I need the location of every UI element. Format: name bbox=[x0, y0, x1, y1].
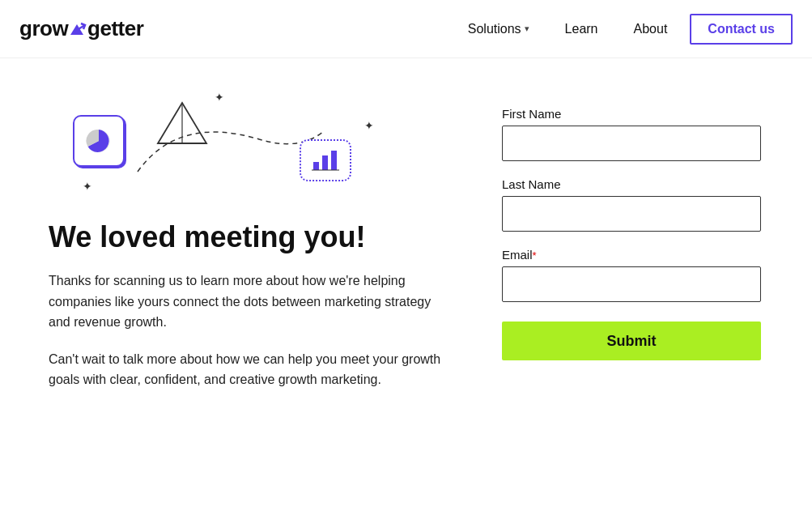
contact-form: First Name Last Name Email* Submit bbox=[502, 75, 761, 360]
chevron-down-icon: ▾ bbox=[525, 23, 529, 34]
bar-chart-icon bbox=[310, 147, 341, 173]
submit-button[interactable]: Submit bbox=[502, 322, 761, 360]
last-name-input[interactable] bbox=[502, 196, 761, 232]
main-nav: Solutions ▾ Learn About Contact us bbox=[455, 14, 793, 45]
svg-rect-3 bbox=[313, 162, 319, 170]
email-group: Email* bbox=[502, 248, 761, 302]
logo[interactable]: grow getter bbox=[19, 16, 143, 41]
nav-solutions[interactable]: Solutions ▾ bbox=[455, 15, 542, 43]
svg-rect-4 bbox=[322, 155, 328, 170]
bar-chart-bubble bbox=[300, 139, 351, 181]
nav-learn[interactable]: Learn bbox=[552, 15, 611, 43]
nav-about[interactable]: About bbox=[621, 15, 681, 43]
required-star: * bbox=[533, 249, 537, 262]
sparkle-icon-2: ✦ bbox=[83, 180, 92, 193]
first-name-label: First Name bbox=[502, 107, 761, 121]
pie-chart-icon bbox=[83, 126, 114, 156]
body-text-1: Thanks for scanning us to learn more abo… bbox=[49, 270, 453, 333]
email-label: Email* bbox=[502, 248, 761, 262]
last-name-group: Last Name bbox=[502, 177, 761, 232]
logo-text-1: grow bbox=[19, 16, 68, 41]
site-header: grow getter Solutions ▾ Learn About Cont… bbox=[0, 0, 812, 58]
illustration: ✦ ✦ ✦ bbox=[49, 75, 389, 204]
svg-rect-5 bbox=[331, 151, 337, 170]
first-name-group: First Name bbox=[502, 107, 761, 161]
sparkle-icon-3: ✦ bbox=[364, 119, 374, 132]
left-section: ✦ ✦ ✦ We loved meeting you! Thanks for s… bbox=[49, 75, 453, 407]
main-content: ✦ ✦ ✦ We loved meeting you! Thanks for s… bbox=[0, 58, 812, 439]
paper-plane-icon bbox=[154, 99, 210, 147]
sparkle-icon-1: ✦ bbox=[215, 91, 224, 104]
pie-chart-bubble bbox=[73, 115, 125, 167]
first-name-input[interactable] bbox=[502, 126, 761, 161]
email-input[interactable] bbox=[502, 266, 761, 302]
last-name-label: Last Name bbox=[502, 177, 761, 191]
page-heading: We loved meeting you! bbox=[49, 220, 453, 254]
contact-button[interactable]: Contact us bbox=[690, 14, 793, 45]
body-text-2: Can't wait to talk more about how we can… bbox=[49, 349, 453, 390]
logo-text-2: getter bbox=[87, 16, 143, 41]
logo-arrow-icon bbox=[69, 22, 87, 36]
